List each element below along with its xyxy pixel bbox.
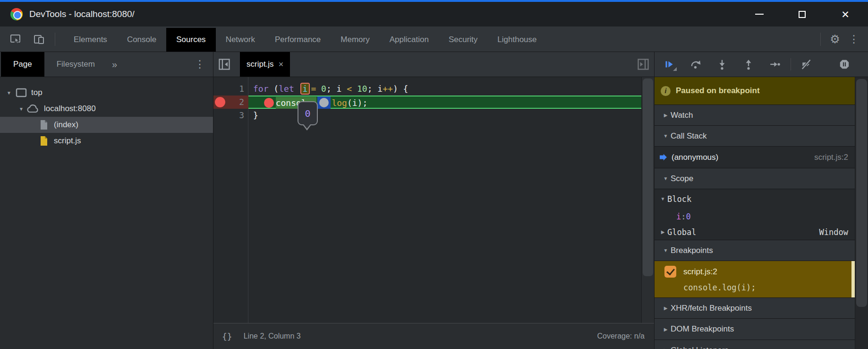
section-scope[interactable]: ▼ Scope: [655, 168, 855, 189]
tab-elements[interactable]: Elements: [64, 28, 117, 52]
inline-breakpoint-marker-red-icon[interactable]: [264, 98, 274, 108]
section-label: Call Stack: [671, 131, 707, 141]
tab-sources[interactable]: Sources: [166, 28, 215, 52]
tab-console[interactable]: Console: [117, 28, 166, 52]
close-tab-icon[interactable]: ×: [279, 60, 284, 70]
debugger-toolbar-separator: [791, 58, 791, 70]
tree-item-top[interactable]: ▼ top: [0, 85, 213, 101]
step-over-button[interactable]: [688, 56, 704, 72]
tree-item-label: top: [31, 88, 43, 97]
resume-script-button[interactable]: [661, 56, 677, 72]
main-menu-button[interactable]: ⋮: [844, 30, 863, 49]
section-xhr-breakpoints[interactable]: ▶ XHR/fetch Breakpoints: [655, 298, 855, 319]
pause-on-exceptions-button[interactable]: [836, 56, 852, 72]
inline-breakpoint-marker-blue-icon[interactable]: [317, 96, 331, 109]
tab-performance[interactable]: Performance: [265, 28, 331, 52]
tab-filesystem[interactable]: Filesystem: [44, 52, 107, 77]
minimize-button[interactable]: [745, 2, 774, 26]
debugger-scrollbar[interactable]: [855, 77, 868, 349]
script-file-icon: [40, 136, 48, 146]
device-toolbar-button[interactable]: [31, 31, 47, 47]
show-debugger-button[interactable]: [632, 52, 654, 77]
scope-name: Block: [667, 194, 691, 204]
toolbar-separator: [55, 33, 55, 46]
editor-tab-scriptjs[interactable]: script.js ×: [240, 52, 290, 77]
tree-item-localhost[interactable]: ▼ localhost:8080: [0, 101, 213, 117]
breakpoint-code: console.log(i);: [655, 280, 855, 295]
code-token: let: [279, 84, 294, 94]
section-breakpoints[interactable]: ▼ Breakpoints: [655, 240, 855, 261]
breakpoint-checkbox[interactable]: [664, 266, 676, 278]
call-stack-frame[interactable]: (anonymous) script.js:2: [655, 147, 855, 168]
code-token: for: [253, 84, 269, 94]
minimize-icon: [755, 14, 764, 15]
section-label: XHR/fetch Breakpoints: [671, 304, 752, 313]
breakpoint-dot-icon[interactable]: [215, 97, 225, 107]
coverage-status: Coverage: n/a: [597, 332, 654, 340]
section-watch[interactable]: ▶ Watch: [655, 105, 855, 126]
section-call-stack[interactable]: ▼ Call Stack: [655, 126, 855, 147]
tab-application[interactable]: Application: [380, 28, 439, 52]
frame-location: script.js:2: [814, 153, 855, 162]
step-out-button[interactable]: [740, 56, 757, 72]
settings-button[interactable]: ⚙: [825, 30, 844, 49]
close-button[interactable]: ✕: [831, 2, 859, 26]
editor-scrollbar-thumb[interactable]: [643, 79, 653, 276]
panel-tabs: Elements Console Sources Network Perform…: [64, 26, 547, 52]
code-token: ++: [383, 84, 393, 94]
title-bar: DevTools - localhost:8080/ ✕: [0, 0, 868, 26]
tab-security[interactable]: Security: [439, 28, 487, 52]
expand-arrow-icon: ▼: [658, 196, 667, 201]
scope-variable-i: i: 0: [655, 209, 855, 224]
tab-network[interactable]: Network: [216, 28, 265, 52]
scope-global[interactable]: ▶ Global Window: [655, 224, 855, 240]
deactivate-breakpoints-button[interactable]: [799, 56, 815, 72]
pretty-print-button[interactable]: {}: [222, 332, 232, 341]
cursor-position: Line 2, Column 3: [244, 332, 301, 340]
section-dom-breakpoints[interactable]: ▶ DOM Breakpoints: [655, 319, 855, 340]
more-tabs-button[interactable]: »: [107, 52, 122, 77]
hide-navigator-button[interactable]: [213, 52, 235, 77]
scope-block[interactable]: ▼ Block: [655, 189, 855, 209]
debugger-scrollbar-thumb[interactable]: [856, 79, 867, 307]
inspect-element-button[interactable]: [8, 31, 24, 47]
step-button[interactable]: [767, 56, 783, 72]
gutter-line-2-breakpoint[interactable]: 2: [213, 96, 248, 109]
device-toolbar-icon: [33, 33, 45, 45]
expand-arrow-icon[interactable]: ▼: [6, 90, 12, 96]
section-label: DOM Breakpoints: [671, 324, 734, 334]
paused-message: Paused on breakpoint: [676, 86, 760, 96]
tab-memory[interactable]: Memory: [331, 28, 379, 52]
gutter-line-3[interactable]: 3: [213, 109, 248, 122]
expand-arrow-icon[interactable]: ▼: [18, 106, 25, 112]
collapse-arrow-icon: ▶: [661, 113, 671, 118]
tab-lighthouse[interactable]: Lighthouse: [487, 28, 546, 52]
debugger-panel: i Paused on breakpoint ▶ Watch ▼ Call St…: [654, 52, 868, 349]
document-icon: [40, 120, 48, 130]
paused-banner: i Paused on breakpoint: [655, 77, 855, 105]
section-global-listeners[interactable]: ▶ Global Listeners: [655, 340, 855, 349]
breakpoint-highlight-strip: [851, 261, 855, 297]
tree-item-label: script.js: [54, 136, 81, 146]
code-token: 10: [357, 84, 367, 94]
maximize-icon: [799, 11, 806, 18]
breakpoint-entry[interactable]: script.js:2 console.log(i);: [655, 261, 855, 298]
code-token: =: [311, 84, 321, 94]
code-token: [294, 84, 299, 94]
deactivate-breakpoints-icon: [800, 58, 813, 70]
navigator-menu-button[interactable]: ⋮: [190, 55, 209, 74]
gutter-line-1[interactable]: 1: [213, 82, 248, 96]
step-into-button[interactable]: [714, 56, 730, 72]
hovered-variable[interactable]: i: [301, 84, 309, 94]
variable-value: 0: [686, 212, 691, 221]
panel-left-toggle-icon: [218, 58, 231, 71]
tree-item-label: (index): [54, 120, 78, 130]
editor-scrollbar[interactable]: [641, 77, 654, 323]
maximize-button[interactable]: [788, 2, 816, 26]
code-token: <: [347, 84, 352, 94]
tree-item-script[interactable]: script.js: [0, 133, 213, 149]
code-area[interactable]: 1 for (let i= 0; i < 10; i++) { 2 consol…: [213, 77, 654, 323]
tree-item-index[interactable]: (index): [0, 117, 213, 133]
panel-right-toggle-icon: [637, 58, 650, 71]
tab-page[interactable]: Page: [1, 52, 44, 77]
